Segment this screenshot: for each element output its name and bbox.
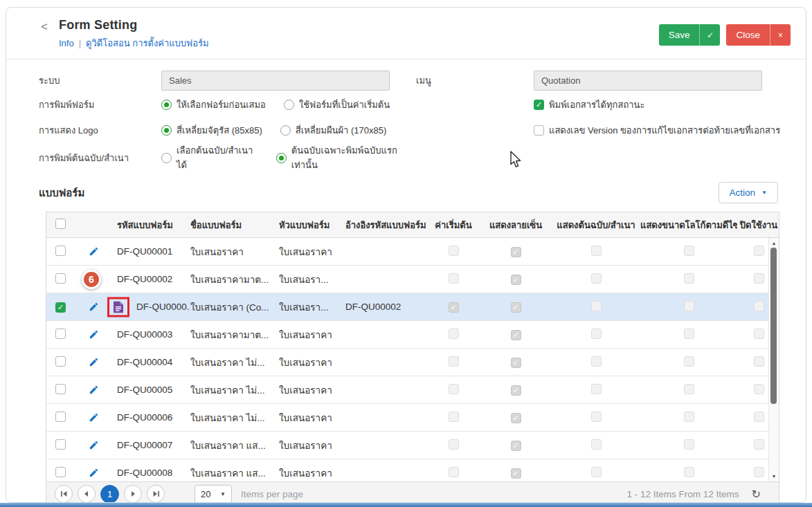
copy-document-icon-highlight-box[interactable] [107,297,129,317]
col-default: ค่าเริ่มต้น [427,218,480,232]
save-button[interactable]: Save [659,24,700,46]
table-row[interactable]: DF-QU00006 ใบเสนอราคา ไม่... ใบเสนอราคา [46,404,779,432]
row-checkbox[interactable] [55,384,66,394]
back-icon[interactable]: < [41,20,48,34]
original-copy-checkbox [591,356,602,367]
radio-logo-rectangle[interactable]: สี่เหลี่ยมผืนผ้า (170x85) [280,123,386,138]
edit-pencil-icon[interactable] [89,329,99,340]
scroll-down-arrow-icon[interactable]: ▼ [769,472,779,481]
default-checkbox [449,412,459,422]
system-label: ระบบ [39,73,161,88]
table-row[interactable]: DF-QU00001 ใบเสนอราคา ใบเสนอราคา [46,238,779,266]
info-link[interactable]: Info [59,38,74,48]
table-row[interactable]: 6 DF-QU00002 ใบเสนอราคามาต... ใบเสนอรา..… [46,266,779,293]
table-row[interactable]: DF-QU00005 ใบเสนอราคา ไม่... ใบเสนอราคา [46,376,779,404]
edit-pencil-icon[interactable] [89,357,99,367]
table-row[interactable]: DF-QU0000... ใบเสนอราคา (Co... ใบเสนอรา.… [46,293,779,321]
row-checkbox[interactable] [55,302,66,313]
next-page-button[interactable] [124,485,142,503]
col-form-header: หัวแบบฟอร์ม [279,218,345,232]
original-copy-checkbox [591,329,602,339]
radio-label: สี่เหลี่ยมจัตุรัส (85x85) [177,123,262,138]
edit-pencil-icon[interactable] [89,246,99,257]
form-name-cell: ใบเสนอราคามาต... [190,272,279,287]
page-size-value: 20 [201,489,210,499]
vertical-scrollbar[interactable]: ▲ ▼ [768,238,779,481]
original-copy-label: การพิมพ์ต้นฉบับ/สำเนา [39,151,161,165]
link-separator: | [79,38,81,48]
form-code-cell: DF-QU00006 [117,412,190,423]
radio-icon [284,100,294,110]
row-checkbox[interactable] [55,412,66,422]
table-row[interactable]: DF-QU00008 ใบเสนอราคา แส... ใบเสนอราคา [46,459,779,481]
row-checkbox[interactable] [55,246,66,256]
form-code-cell: DF-QU00001 [117,246,190,257]
form-name-cell: ใบเสนอราคา (Co... [190,299,279,315]
default-checkbox [449,467,459,477]
col-signature: แสดงลายเซ็น [480,218,552,232]
save-check-button[interactable]: ✓ [699,24,720,46]
col-logo-size: แสดงขนาดโลโก้ตามดีไซน์ [640,218,737,232]
current-page-button[interactable]: 1 [100,485,119,504]
table-body: DF-QU00001 ใบเสนอราคา ใบเสนอราคา [46,238,779,481]
edit-pencil-icon[interactable] [89,302,99,312]
row-checkbox[interactable] [55,439,66,450]
default-checkbox [449,356,459,367]
radio-icon [276,153,287,163]
page-size-select[interactable]: 20 ▼ [195,485,232,504]
row-checkbox[interactable] [55,356,66,367]
last-page-button[interactable] [147,485,165,503]
table-row[interactable]: DF-QU00004 ใบเสนอราคา ไม่... ใบเสนอราคา [46,349,779,376]
pagination-bar: 1 20 ▼ Items per page 1 - 12 Items From … [46,481,779,503]
signature-checkbox [511,441,521,451]
signature-checkbox [511,302,521,313]
table-row[interactable]: DF-QU00007 ใบเสนอราคา แส... ใบเสนอราคา [46,432,779,459]
edit-pencil-icon[interactable] [89,385,99,395]
next-page-icon [129,490,136,497]
scroll-up-arrow-icon[interactable]: ▲ [769,239,779,248]
prev-page-button[interactable] [78,485,96,503]
default-checkbox [449,329,459,339]
signature-checkbox [511,247,521,257]
form-header-cell: ใบเสนอราคา [279,410,345,425]
table-section-bar: แบบฟอร์ม Action ▼ [6,174,806,212]
refresh-icon[interactable]: ↻ [752,488,761,501]
row-checkbox[interactable] [55,467,66,477]
form-name-cell: ใบเสนอราคา ไม่... [190,355,279,370]
show-version-checkbox[interactable]: แสดงเลข Version ของการแก้ไขเอกสารต่อท้าย… [534,123,780,138]
forms-table: รหัสแบบฟอร์ม ชื่อแบบฟอร์ม หัวแบบฟอร์ม อ้… [46,212,779,503]
form-header-cell: ใบเสนอราคา [279,382,345,398]
form-name-cell: ใบเสนอราคามาต... [190,327,279,342]
first-page-button[interactable] [55,485,73,503]
checkbox-icon [534,100,544,110]
page-header: < Form Setting Info|ดูวิดีโอสอน การตั้งค… [6,8,806,59]
close-x-button[interactable]: × [770,24,791,46]
print-form-row: การพิมพ์ฟอร์ม ให้เลือกฟอร์มก่อนเสมอ ใช้ฟ… [6,92,806,118]
edit-pencil-icon[interactable] [89,412,99,423]
action-button[interactable]: Action ▼ [719,182,778,203]
radio-select-form-always[interactable]: ให้เลือกฟอร์มก่อนเสมอ [161,98,266,112]
scrollbar-thumb[interactable] [770,248,777,404]
edit-pencil-icon[interactable] [89,440,99,450]
table-row[interactable]: DF-QU00003 ใบเสนอราคามาต... ใบเสนอราคา [46,321,779,349]
edit-pencil-icon[interactable] [89,468,99,478]
close-button[interactable]: Close [726,24,770,46]
radio-choose-original-copy[interactable]: เลือกต้นฉบับ/สำเนาได้ [161,143,258,172]
select-all-checkbox[interactable] [55,219,66,229]
print-all-status-checkbox[interactable]: พิมพ์เอกสารได้ทุกสถานะ [534,98,644,112]
form-header-cell: ใบเสนอราคา [279,355,345,370]
radio-logo-square[interactable]: สี่เหลี่ยมจัตุรัส (85x85) [161,123,262,138]
radio-original-first-print-only[interactable]: ต้นฉบับเฉพาะพิมพ์ฉบับแรกเท่านั้น [276,143,416,172]
chevron-down-icon: ▼ [761,190,767,196]
row-checkbox[interactable] [55,329,66,339]
radio-icon [161,100,172,110]
default-checkbox [449,302,459,313]
radio-use-default-form[interactable]: ใช้ฟอร์มที่เป็นค่าเริ่มต้น [284,98,390,112]
signature-checkbox [511,330,521,340]
signature-checkbox [511,275,521,285]
system-field[interactable]: Sales [161,71,390,91]
menu-field[interactable]: Quotation [534,71,762,91]
row-checkbox[interactable] [55,273,66,284]
chevron-down-icon: ▼ [220,491,226,497]
video-tutorial-link[interactable]: ดูวิดีโอสอน การตั้งค่าแบบฟอร์ม [86,38,209,48]
